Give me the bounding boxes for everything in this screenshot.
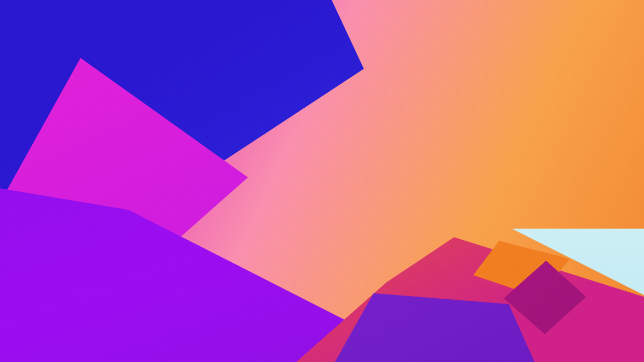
wallpaper-cube bbox=[0, 0, 644, 362]
desktop: ▾ /home/zorin – × FileEditViewGoHelp ‹ z… bbox=[0, 0, 644, 362]
